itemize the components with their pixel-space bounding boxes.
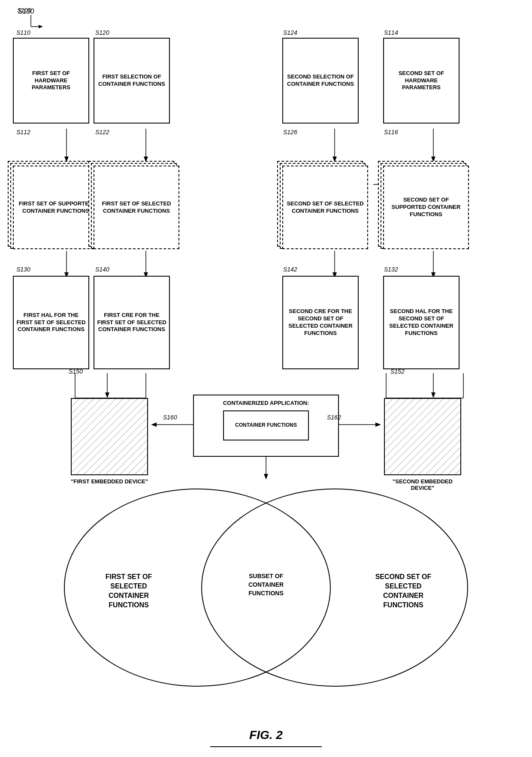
s142-label: S142	[283, 266, 297, 273]
s112-label: S112	[16, 129, 30, 136]
svg-text:CONTAINER: CONTAINER	[109, 592, 149, 599]
svg-text:CONTAINER: CONTAINER	[248, 581, 284, 588]
box-s122: FIRST SET OF SELECTED CONTAINER FUNCTION…	[94, 166, 179, 249]
svg-point-49	[64, 489, 330, 686]
box-s114: SECOND SET OF HARDWARE PARAMETERS	[383, 38, 459, 124]
svg-marker-32	[151, 422, 157, 427]
svg-text:SELECTED: SELECTED	[385, 582, 421, 590]
s140-label: S140	[95, 266, 109, 273]
box-container-funcs: CONTAINER FUNCTIONS	[223, 410, 309, 440]
venn-diagram: FIRST SET OF SELECTED CONTAINER FUNCTION…	[34, 472, 498, 712]
s124-label: S124	[283, 29, 297, 36]
s152-label: S152	[390, 368, 405, 375]
s126-label: S126	[283, 129, 297, 136]
svg-rect-46	[72, 399, 148, 475]
svg-marker-30	[431, 392, 435, 398]
s122-label: S122	[95, 129, 109, 136]
svg-point-50	[202, 489, 468, 686]
box-s112: FIRST SET OF SUPPORTED CONTAINER FUNCTIO…	[13, 166, 99, 249]
box-s142: SECOND CRE FOR THE SECOND SET OF SELECTE…	[282, 276, 359, 369]
box-s120: FIRST SELECTION OF CONTAINER FUNCTIONS	[94, 38, 170, 124]
svg-text:SUBSET OF: SUBSET OF	[249, 573, 284, 579]
box-s140: FIRST CRE FOR THE FIRST SET OF SELECTED …	[94, 276, 170, 369]
svg-text:FUNCTIONS: FUNCTIONS	[248, 590, 284, 597]
svg-text:CONTAINER: CONTAINER	[383, 592, 423, 599]
box-containerized-app: CONTAINERIZED APPLICATION: CONTAINER FUN…	[193, 395, 339, 457]
svg-text:FIRST SET OF: FIRST SET OF	[106, 573, 152, 580]
s130-label: S130	[16, 266, 30, 273]
s162-label: S162	[327, 414, 341, 421]
s150-label: S150	[69, 368, 83, 375]
svg-text:SECOND SET OF: SECOND SET OF	[375, 573, 432, 580]
first-embedded-device	[71, 398, 148, 475]
svg-marker-2	[39, 25, 43, 28]
box-s132: SECOND HAL FOR THE SECOND SET OF SELECTE…	[383, 276, 459, 369]
second-embedded-device	[384, 398, 461, 475]
s120-label: S120	[95, 29, 109, 36]
box-s116: SECOND SET OF SUPPORTED CONTAINER FUNCTI…	[383, 166, 469, 249]
box-s130: FIRST HAL FOR THE FIRST SET OF SELECTED …	[13, 276, 89, 369]
svg-rect-48	[385, 399, 461, 475]
box-s126: SECOND SET OF SELECTED CONTAINER FUNCTIO…	[282, 166, 368, 249]
svg-text:FUNCTIONS: FUNCTIONS	[383, 601, 423, 609]
svg-text:FUNCTIONS: FUNCTIONS	[109, 601, 149, 609]
svg-marker-28	[105, 392, 109, 398]
s116-label: S116	[384, 129, 398, 136]
fig-label: FIG. 2	[210, 728, 322, 742]
box-s110: FIRST SET OF HARDWARE PARAMETERS	[13, 38, 89, 124]
s160-label: S160	[163, 414, 177, 421]
fig-underline	[210, 746, 322, 747]
svg-marker-34	[375, 422, 381, 427]
s110-label: S110	[16, 29, 30, 36]
box-s124: SECOND SELECTION OF CONTAINER FUNCTIONS	[282, 38, 359, 124]
s100-step-label: S100	[17, 7, 31, 14]
container-app-title: CONTAINERIZED APPLICATION:	[223, 400, 309, 407]
diagram: S100	[0, 0, 532, 757]
svg-text:SELECTED: SELECTED	[110, 582, 147, 590]
s114-label: S114	[384, 29, 398, 36]
s132-label: S132	[384, 266, 398, 273]
